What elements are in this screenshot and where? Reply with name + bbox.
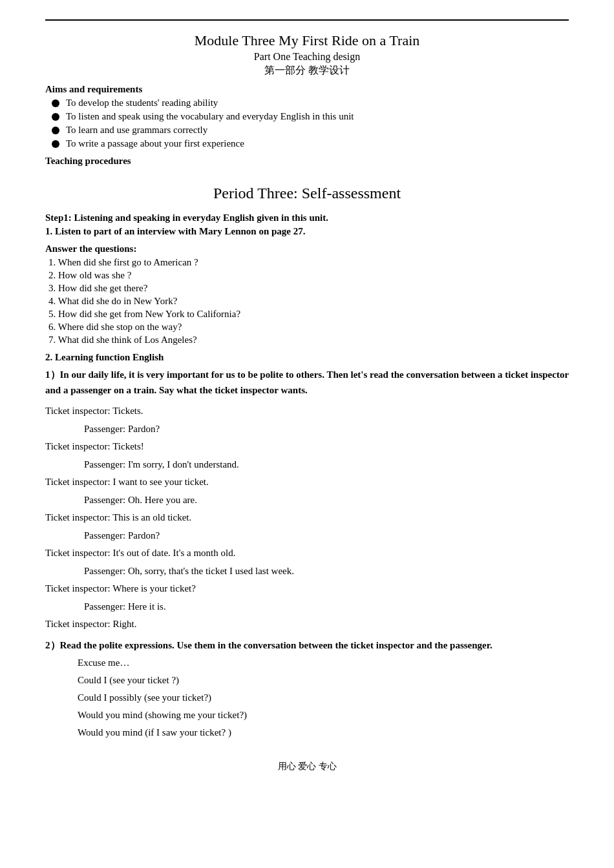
list-item: To write a passage about your first expe… (52, 138, 569, 149)
polite-expressions: Excuse me… Could I (see your ticket ?) C… (78, 654, 569, 741)
dialogue-line: Ticket inspector: Right. (45, 616, 569, 633)
footer: 用心 爱心 专心 (45, 761, 569, 772)
questions-list: 1. When did she first go to American ? 2… (48, 257, 569, 346)
list-item: 3. How did she get there? (48, 283, 569, 294)
dialogue-line: Ticket inspector: This is an old ticket. (45, 510, 569, 526)
dialogue-block: Ticket inspector: Tickets. Passenger: Pa… (45, 403, 569, 633)
chinese-subtitle: 第一部分 教学设计 (45, 64, 569, 78)
polite-item: Excuse me… (78, 654, 569, 672)
teaching-procedures-label: Teaching procedures (45, 156, 569, 167)
header: Module Three My First Ride on a Train Pa… (45, 32, 569, 78)
main-title: Module Three My First Ride on a Train (45, 32, 569, 49)
dialogue-line: Ticket inspector: I want to see your tic… (45, 474, 569, 491)
dialogue-line: Passenger: Oh, sorry, that's the ticket … (84, 563, 569, 580)
bullet-icon (52, 113, 59, 121)
polite-item: Could I (see your ticket ?) (78, 672, 569, 689)
list-item: 5. How did she get from New York to Cali… (48, 309, 569, 320)
polite-item: Could I possibly (see your ticket?) (78, 689, 569, 707)
section2-label: 2. Learning function English (45, 352, 569, 363)
list-item: 1. When did she first go to American ? (48, 257, 569, 268)
list-item: To develop the students' reading ability (52, 98, 569, 108)
dialogue-line: Ticket inspector: Tickets. (45, 403, 569, 420)
bullet-icon (52, 127, 59, 134)
section2-intro: 1）In our daily life, it is very importan… (45, 367, 569, 398)
dialogue-line: Ticket inspector: Tickets! (45, 439, 569, 455)
subtitle: Part One Teaching design (45, 51, 569, 63)
top-divider (45, 19, 569, 21)
list-item: 6. Where did she stop on the way? (48, 322, 569, 333)
aims-label: Aims and requirements (45, 84, 569, 95)
listen-label: 1. Listen to part of an interview with M… (45, 226, 569, 237)
polite-item: Would you mind (showing me your ticket?) (78, 707, 569, 724)
dialogue-line: Passenger: Oh. Here you are. (84, 492, 569, 509)
aims-list: To develop the students' reading ability… (52, 98, 569, 149)
polite-label: 2）Read the polite expressions. Use them … (45, 639, 569, 652)
list-item: 2. How old was she ? (48, 270, 569, 281)
list-item: 7. What did she think of Los Angeles? (48, 335, 569, 346)
list-item: 4. What did she do in New York? (48, 296, 569, 307)
bullet-icon (52, 99, 59, 107)
list-item: To listen and speak using the vocabulary… (52, 111, 569, 122)
bullet-icon (52, 140, 59, 148)
period-title: Period Three: Self-assessment (45, 185, 569, 202)
dialogue-line: Passenger: Pardon? (84, 421, 569, 438)
list-item: To learn and use grammars correctly (52, 125, 569, 136)
answer-label: Answer the questions: (45, 243, 569, 254)
step1-label: Step1: Listening and speaking in everyda… (45, 212, 569, 223)
dialogue-line: Ticket inspector: It's out of date. It's… (45, 545, 569, 562)
dialogue-line: Passenger: I'm sorry, I don't understand… (84, 457, 569, 473)
dialogue-line: Ticket inspector: Where is your ticket? (45, 581, 569, 597)
polite-item: Would you mind (if I saw your ticket? ) (78, 724, 569, 741)
dialogue-line: Passenger: Here it is. (84, 599, 569, 615)
dialogue-line: Passenger: Pardon? (84, 528, 569, 544)
